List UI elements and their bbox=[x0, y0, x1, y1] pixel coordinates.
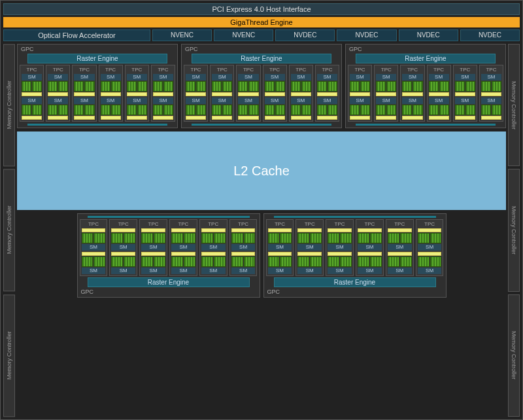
sm-block: SM bbox=[127, 97, 147, 120]
cuda-cores-icon bbox=[171, 233, 183, 243]
cuda-cores-icon bbox=[196, 105, 206, 115]
cuda-cores-icon bbox=[301, 105, 311, 115]
tpc-label: TPC bbox=[328, 221, 352, 227]
memory-controller: Memory Controller bbox=[3, 44, 15, 166]
sm-cores bbox=[141, 256, 165, 267]
tpc-block: TPC SM SM bbox=[479, 65, 503, 122]
tpc-label: TPC bbox=[74, 67, 94, 73]
gigathread-engine: GigaThread Engine bbox=[3, 17, 520, 27]
sm-cache-bar bbox=[201, 252, 226, 256]
sm-block: SM bbox=[328, 252, 352, 274]
cuda-cores-icon bbox=[244, 256, 256, 267]
cuda-cores-icon bbox=[74, 105, 84, 115]
cuda-cores-icon bbox=[413, 81, 422, 92]
cuda-cores-icon bbox=[280, 233, 292, 243]
cuda-cores-icon bbox=[141, 256, 153, 267]
sm-label: SM bbox=[153, 74, 173, 80]
nvenc-block: NVENC bbox=[214, 29, 273, 41]
sm-cores bbox=[212, 105, 232, 115]
sm-block: SM bbox=[455, 74, 475, 96]
sm-cache-bar bbox=[48, 92, 68, 96]
sm-cores bbox=[231, 233, 256, 243]
cuda-cores-icon bbox=[212, 105, 222, 115]
sm-block: SM bbox=[265, 74, 285, 96]
cuda-cores-icon bbox=[340, 256, 352, 267]
tpc-block: TPC SM SM bbox=[295, 219, 324, 276]
tpc-label: TPC bbox=[402, 67, 422, 73]
sm-block: SM bbox=[455, 97, 475, 120]
cuda-cores-icon bbox=[402, 81, 412, 92]
sm-label: SM bbox=[231, 268, 256, 274]
cuda-cores-icon bbox=[265, 105, 275, 115]
sm-cache-bar bbox=[82, 252, 106, 256]
sm-cores bbox=[265, 105, 285, 115]
sm-cores bbox=[402, 105, 422, 115]
cuda-cores-icon bbox=[481, 81, 491, 92]
sm-cache-bar bbox=[388, 252, 412, 256]
core-area: Memory Controller Memory Controller Memo… bbox=[3, 44, 520, 417]
sm-label: SM bbox=[376, 74, 396, 80]
tpc-label: TPC bbox=[127, 67, 147, 73]
interconnect-bar bbox=[192, 124, 331, 126]
sm-label: SM bbox=[268, 244, 292, 251]
cuda-cores-icon bbox=[386, 81, 396, 92]
raster-engine: Raster Engine bbox=[88, 277, 250, 287]
gpc-label: GPC bbox=[80, 289, 258, 295]
sm-label: SM bbox=[376, 97, 396, 104]
cuda-cores-icon bbox=[301, 81, 311, 92]
sm-cache-bar bbox=[358, 252, 382, 256]
cuda-cores-icon bbox=[350, 105, 360, 115]
raster-engine: Raster Engine bbox=[274, 277, 436, 287]
sm-cache-bar bbox=[481, 116, 501, 120]
sm-cache-bar bbox=[268, 252, 292, 256]
sm-cache-bar bbox=[48, 116, 68, 120]
cuda-cores-icon bbox=[340, 233, 352, 243]
memory-controllers-right: Memory Controller Memory Controller Memo… bbox=[508, 44, 520, 417]
sm-cache-bar bbox=[153, 92, 173, 96]
sm-block: SM bbox=[418, 228, 442, 251]
sm-block: SM bbox=[429, 74, 449, 96]
sm-label: SM bbox=[111, 268, 135, 274]
sm-label: SM bbox=[238, 97, 258, 104]
cuda-cores-icon bbox=[32, 81, 42, 92]
sm-cores bbox=[291, 81, 311, 92]
sm-block: SM bbox=[141, 252, 165, 274]
sm-block: SM bbox=[171, 228, 195, 251]
cuda-cores-icon bbox=[238, 105, 248, 115]
sm-cache-bar bbox=[317, 116, 337, 120]
sm-cores bbox=[22, 105, 42, 115]
sm-cache-bar bbox=[297, 252, 322, 256]
cuda-cores-icon bbox=[196, 81, 206, 92]
sm-block: SM bbox=[291, 97, 311, 120]
sm-cores bbox=[153, 105, 173, 115]
tpc-row: TPC SM SM TPC SM SM TPC bbox=[20, 65, 175, 122]
sm-block: SM bbox=[111, 252, 135, 274]
sm-label: SM bbox=[402, 74, 422, 80]
sm-block: SM bbox=[291, 74, 311, 96]
cuda-cores-icon bbox=[465, 81, 475, 92]
sm-block: SM bbox=[376, 97, 396, 120]
cuda-cores-icon bbox=[32, 105, 42, 115]
tpc-block: TPC SM SM bbox=[453, 65, 477, 122]
tpc-label: TPC bbox=[317, 67, 337, 73]
sm-label: SM bbox=[141, 268, 165, 274]
sm-block: SM bbox=[48, 74, 68, 96]
sm-label: SM bbox=[186, 74, 206, 80]
tpc-block: TPC SM SM bbox=[109, 219, 137, 276]
tpc-block: TPC SM SM bbox=[236, 65, 260, 122]
cuda-cores-icon bbox=[297, 256, 309, 267]
sm-label: SM bbox=[291, 97, 311, 104]
gpc-block: GPC Raster Engine TPC SM SM TPC SM SM bbox=[263, 213, 447, 298]
sm-cores bbox=[429, 81, 449, 92]
tpc-block: TPC SM SM bbox=[374, 65, 398, 122]
cuda-cores-icon bbox=[402, 105, 412, 115]
sm-cache-bar bbox=[101, 116, 121, 120]
sm-block: SM bbox=[297, 228, 322, 251]
sm-cache-bar bbox=[201, 228, 226, 232]
sm-label: SM bbox=[74, 74, 94, 80]
cuda-cores-icon bbox=[439, 105, 449, 115]
cuda-cores-icon bbox=[154, 256, 165, 267]
tpc-label: TPC bbox=[429, 67, 449, 73]
sm-cores bbox=[111, 256, 135, 267]
sm-label: SM bbox=[171, 244, 195, 251]
